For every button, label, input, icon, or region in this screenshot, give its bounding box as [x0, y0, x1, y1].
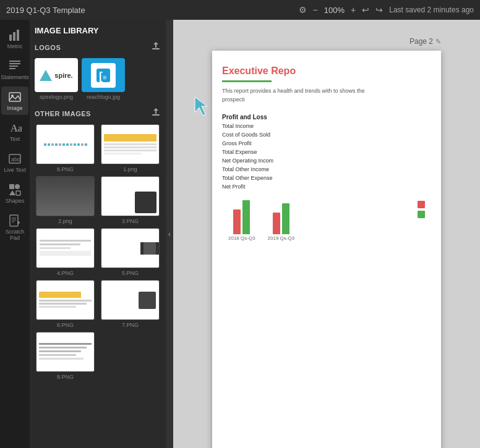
- sidebar-statements-label: Statements: [1, 74, 29, 80]
- pnl-label-6: Total Other Income: [222, 166, 269, 172]
- autosave-status: Last saved 2 minutes ago: [389, 6, 474, 14]
- reachlogo-item[interactable]: [ ≡ reachlogo.jpg: [82, 58, 125, 100]
- scratch-pad-icon: [8, 214, 22, 227]
- green-divider: [222, 80, 272, 82]
- pnl-row-6: Total Other Income: [222, 165, 431, 174]
- svg-marker-26: [195, 97, 207, 116]
- image-label-8png-2: 8.PNG: [57, 374, 74, 380]
- svg-rect-2: [17, 30, 19, 41]
- pnl-label-0: Profit and Loss: [222, 114, 267, 120]
- logos-row: spire. spirelogo.png [ ≡ reachlogo.jpg: [35, 58, 161, 100]
- image-label-7png: 7.PNG: [122, 322, 139, 328]
- spirelogo-item[interactable]: spire. spirelogo.png: [35, 58, 78, 100]
- image-item-1png[interactable]: 1.png: [100, 124, 161, 172]
- statements-icon: [8, 59, 22, 73]
- page-number-text: Page 2: [409, 37, 433, 46]
- svg-rect-20: [152, 48, 160, 49]
- logos-upload-button[interactable]: [151, 41, 161, 53]
- logos-section-header: LOGOS: [35, 41, 161, 53]
- pnl-label-5: Net Operating Incom: [222, 158, 273, 164]
- svg-rect-15: [16, 191, 20, 195]
- svg-rect-6: [9, 68, 15, 69]
- bar-2018-red: [233, 209, 241, 234]
- image-thumb-8png-2: [36, 332, 95, 372]
- image-item-5png[interactable]: 5.PNG: [100, 228, 161, 276]
- image-thumb-7png: [101, 280, 160, 320]
- image-item-4png[interactable]: 4.PNG: [35, 228, 96, 276]
- image-thumb-3png: [101, 176, 160, 216]
- zoom-in-button[interactable]: +: [351, 5, 356, 15]
- svg-text:abc: abc: [11, 156, 20, 163]
- bar-2019-red: [273, 213, 280, 234]
- pnl-row-8: Net Profit: [222, 182, 431, 191]
- pnl-label-7: Total Other Expense: [222, 175, 273, 181]
- zoom-level: 100%: [324, 6, 345, 15]
- svg-rect-0: [9, 35, 12, 41]
- chart-label-2019: 2019 Qs-Q3: [268, 235, 295, 241]
- svg-rect-1: [13, 32, 15, 41]
- spirelogo-label: spirelogo.png: [40, 94, 73, 100]
- legend-green-box: [418, 211, 425, 218]
- image-item-8png-2[interactable]: 8.PNG: [35, 332, 96, 380]
- svg-point-13: [15, 184, 20, 189]
- sidebar-item-statements[interactable]: Statements: [1, 56, 28, 84]
- chart-legend: [418, 201, 425, 218]
- svg-rect-25: [152, 114, 160, 116]
- pnl-label-8: Net Profit: [222, 184, 246, 190]
- page-label: Page 2 ✎: [409, 37, 441, 46]
- document-title: 2019 Q1-Q3 Template: [6, 6, 293, 15]
- reach-icon: [ ≡: [91, 63, 116, 88]
- undo-button[interactable]: ↩: [362, 5, 369, 15]
- icon-sidebar: Metric Statements Image: [0, 20, 30, 448]
- svg-marker-21: [40, 70, 52, 81]
- pnl-row-4: Total Expense: [222, 148, 431, 156]
- logos-section-title: LOGOS: [35, 44, 61, 51]
- pnl-row-5: Net Operating Incom: [222, 156, 431, 165]
- topbar: 2019 Q1-Q3 Template ⚙ − 100% + ↩ ↪ Last …: [0, 0, 480, 20]
- text-icon: Aa: [8, 121, 22, 135]
- pnl-table: Profit and Loss Total Income Cost of Goo…: [222, 112, 431, 191]
- image-label-3png: 3.PNG: [122, 218, 139, 224]
- library-title: IMAGE LIBRARY: [35, 26, 161, 35]
- svg-rect-12: [9, 184, 14, 189]
- image-item-8png-1[interactable]: 8.PNG: [35, 124, 96, 172]
- image-item-2png[interactable]: 2.png: [35, 176, 96, 224]
- image-thumb-2png: [36, 176, 95, 216]
- settings-button[interactable]: ⚙: [299, 5, 307, 15]
- chart-bars-container: 2018 Qs-Q3 2019 Qs-Q3: [222, 201, 431, 241]
- sidebar-item-metric[interactable]: Metric: [1, 25, 28, 53]
- panel-collapse-handle[interactable]: ‹: [166, 20, 173, 448]
- sidebar-item-scratch-pad[interactable]: Scratch Pad: [1, 210, 28, 245]
- sidebar-item-shapes[interactable]: Shapes: [1, 179, 28, 208]
- legend-red-box: [418, 201, 425, 208]
- chart-label-2018: 2018 Qs-Q3: [228, 235, 255, 241]
- bar-2019-green: [282, 203, 289, 234]
- metric-icon: [8, 28, 22, 42]
- image-icon: [8, 90, 22, 104]
- spire-arrow-icon: [40, 70, 52, 81]
- image-label-1png: 1.png: [123, 166, 137, 172]
- zoom-out-button[interactable]: −: [313, 5, 318, 15]
- chart-group-2018: 2018 Qs-Q3: [228, 200, 255, 241]
- exec-report-title: Executive Repo: [222, 66, 431, 77]
- pnl-row-3: Gross Profit: [222, 139, 431, 148]
- live-text-icon: abc: [8, 152, 22, 166]
- other-images-grid: 8.PNG 1.png: [35, 124, 161, 380]
- image-item-3png[interactable]: 3.PNG: [100, 176, 161, 224]
- other-images-upload-button[interactable]: [151, 108, 161, 119]
- sidebar-item-live-text[interactable]: abc Live Text: [1, 148, 28, 177]
- sidebar-item-image[interactable]: Image: [1, 87, 28, 115]
- image-item-7png[interactable]: 7.PNG: [100, 280, 161, 328]
- svg-rect-5: [9, 66, 18, 67]
- image-library-panel: IMAGE LIBRARY LOGOS: [30, 20, 166, 448]
- image-item-6png[interactable]: 6.PNG: [35, 280, 96, 328]
- page-edit-icon[interactable]: ✎: [435, 38, 441, 46]
- page-canvas: Executive Repo This report provides a he…: [212, 51, 441, 448]
- pnl-label-1: Total Income: [222, 123, 254, 129]
- svg-text:≡: ≡: [103, 74, 106, 81]
- pnl-row-1: Total Income: [222, 122, 431, 130]
- sidebar-item-text[interactable]: Aa Text: [1, 117, 28, 146]
- image-thumb-1png: [101, 124, 160, 164]
- redo-button[interactable]: ↪: [375, 5, 383, 15]
- spirelogo-thumb: spire.: [35, 58, 78, 92]
